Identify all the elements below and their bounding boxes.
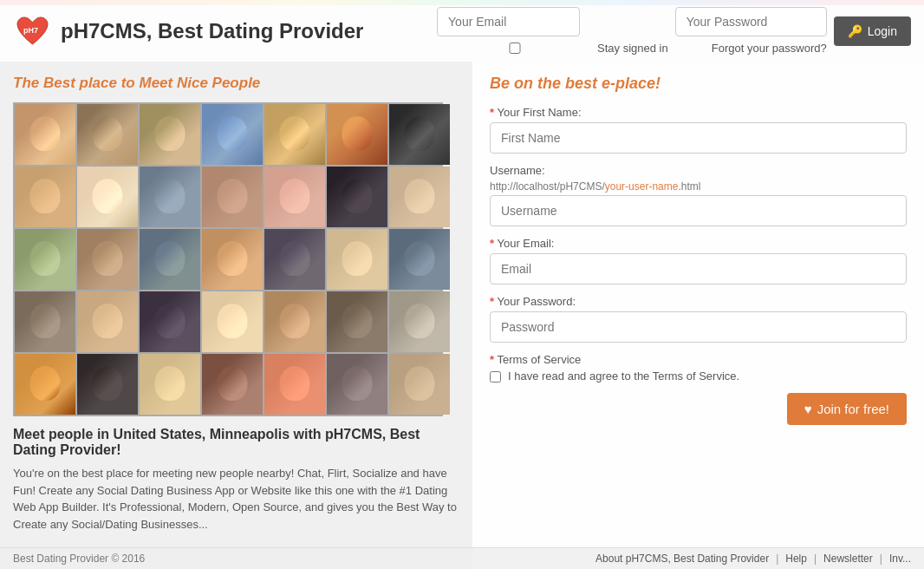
photo-cell[interactable]: [389, 229, 450, 290]
photo-cell[interactable]: [264, 167, 325, 227]
logo-area: pH7 pH7CMS, Best Dating Provider: [13, 14, 363, 49]
photo-cell[interactable]: [140, 104, 200, 165]
footer-link-help[interactable]: Help: [785, 553, 807, 565]
username-group: Username: http://localhost/pH7CMS/your-u…: [490, 164, 907, 226]
photo-cell[interactable]: [327, 229, 387, 290]
sign-up-cta: Be on the best e-place!: [490, 75, 907, 93]
photo-cell[interactable]: [140, 291, 200, 352]
password-input[interactable]: [490, 311, 907, 343]
first-name-group: * Your First Name:: [490, 106, 907, 154]
terms-row: I have read and agree to the Terms of Se…: [490, 370, 907, 383]
photo-cell[interactable]: [15, 167, 75, 227]
photo-cell[interactable]: [389, 354, 450, 415]
join-button[interactable]: ♥ Join for free!: [787, 393, 907, 425]
photo-cell[interactable]: [77, 291, 138, 352]
login-form-area: Stay signed in Forgot your password? 🔑 L…: [437, 7, 911, 55]
email-input[interactable]: [490, 253, 907, 284]
terms-group: * Terms of Service I have read and agree…: [490, 353, 907, 383]
photo-cell[interactable]: [327, 354, 387, 415]
photo-cell[interactable]: [77, 354, 138, 415]
footer-copyright: Best Dating Provider © 2016: [13, 553, 145, 565]
photo-cell[interactable]: [77, 167, 138, 227]
photo-cell[interactable]: [77, 104, 138, 165]
url-hint-user: your-user-name: [605, 180, 679, 193]
email-group: * Your Email:: [490, 237, 907, 284]
stay-signed-row: Stay signed in: [437, 42, 668, 55]
heart-icon: ♥: [804, 402, 812, 416]
meet-heading: Meet people in United States, Minneapoli…: [13, 427, 459, 458]
photo-cell[interactable]: [264, 229, 325, 290]
tagline: The Best place to Meet Nice People: [13, 75, 459, 92]
photo-cell[interactable]: [15, 104, 75, 165]
photo-cell[interactable]: [202, 354, 263, 415]
photo-cell[interactable]: [15, 291, 75, 352]
photo-grid: [13, 102, 443, 416]
required-star: *: [490, 106, 494, 119]
photo-cell[interactable]: [389, 104, 450, 165]
header-password-input[interactable]: [675, 7, 827, 36]
site-title: pH7CMS, Best Dating Provider: [61, 19, 363, 43]
stay-signed-label: Stay signed in: [597, 42, 668, 55]
url-hint: http://localhost/pH7CMS/your-user-name.h…: [490, 180, 907, 193]
photo-cell[interactable]: [140, 167, 200, 227]
username-input[interactable]: [490, 195, 907, 226]
header-email-input[interactable]: [437, 7, 580, 36]
stay-signed-checkbox[interactable]: [437, 43, 593, 54]
left-panel: The Best place to Meet Nice People: [0, 62, 472, 569]
photo-cell[interactable]: [15, 354, 75, 415]
photo-cell[interactable]: [327, 167, 387, 227]
photo-cell[interactable]: [202, 229, 263, 290]
login-button[interactable]: 🔑 Login: [834, 16, 911, 46]
photo-cell[interactable]: [389, 291, 450, 352]
required-star: *: [490, 295, 494, 308]
photo-cell[interactable]: [202, 167, 263, 227]
photo-cell[interactable]: [264, 104, 325, 165]
footer-link-newsletter[interactable]: Newsletter: [823, 553, 873, 565]
footer-links: About pH7CMS, Best Dating Provider | Hel…: [595, 553, 911, 565]
photo-cell[interactable]: [264, 354, 325, 415]
photo-cell[interactable]: [202, 291, 263, 352]
first-name-input[interactable]: [490, 122, 907, 154]
photo-cell[interactable]: [202, 104, 263, 165]
photo-cell[interactable]: [389, 167, 450, 227]
photo-cell[interactable]: [327, 291, 387, 352]
photo-cell[interactable]: [77, 229, 138, 290]
terms-text: I have read and agree to the Terms of Se…: [508, 370, 739, 383]
svg-text:pH7: pH7: [23, 26, 38, 35]
logo-icon: pH7: [13, 14, 52, 49]
required-star: *: [490, 237, 494, 250]
password-group: * Your Password:: [490, 295, 907, 343]
first-name-label: * Your First Name:: [490, 106, 907, 119]
meet-text: You're on the best place for meeting new…: [13, 465, 459, 533]
photo-cell[interactable]: [264, 291, 325, 352]
header-bar: pH7 pH7CMS, Best Dating Provider Stay si…: [0, 0, 924, 62]
required-star: *: [490, 353, 494, 366]
username-label: Username:: [490, 164, 907, 177]
page-content: The Best place to Meet Nice People: [0, 62, 924, 569]
photo-cell[interactable]: [140, 354, 200, 415]
photo-cell[interactable]: [140, 229, 200, 290]
photo-cell[interactable]: [327, 104, 387, 165]
footer: Best Dating Provider © 2016 About pH7CMS…: [0, 547, 924, 569]
login-icon: 🔑: [848, 24, 862, 38]
terms-checkbox[interactable]: [490, 371, 501, 383]
password-label: * Your Password:: [490, 295, 907, 308]
footer-link-inv[interactable]: Inv...: [889, 553, 911, 565]
terms-label: * Terms of Service: [490, 353, 907, 366]
photo-cell[interactable]: [15, 229, 75, 290]
right-panel: Be on the best e-place! * Your First Nam…: [472, 62, 924, 569]
email-label: * Your Email:: [490, 237, 907, 250]
footer-link-about[interactable]: About pH7CMS, Best Dating Provider: [595, 553, 769, 565]
forgot-password-link[interactable]: Forgot your password?: [675, 42, 827, 55]
